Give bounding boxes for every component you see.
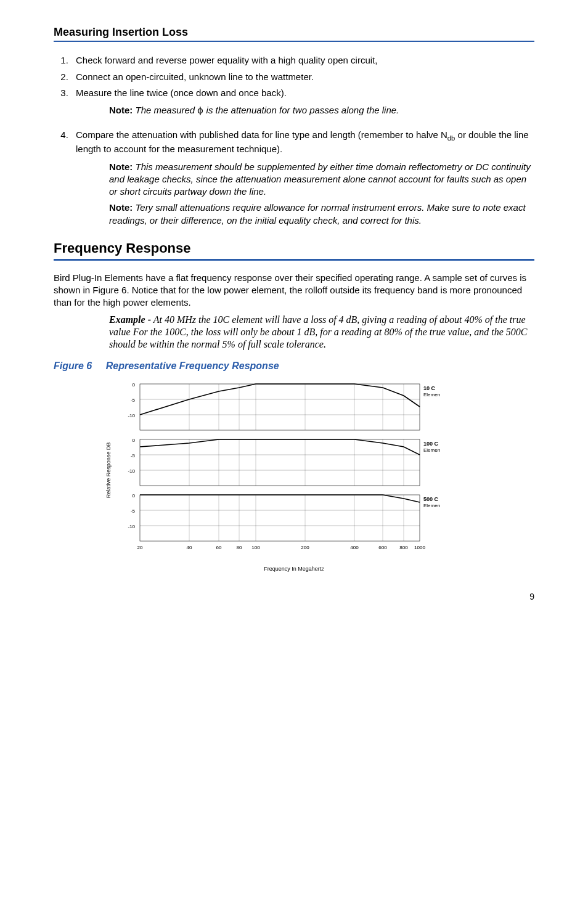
ytick: -10 xyxy=(128,524,135,529)
example-block: Example - At 40 MHz the 10C element will… xyxy=(109,314,534,351)
figure-title: Representative Frequency Response xyxy=(106,361,279,371)
svg-text:40: 40 xyxy=(187,545,192,550)
svg-text:1000: 1000 xyxy=(414,545,425,550)
series-label-100c: 100 C xyxy=(423,441,439,447)
ytick: -10 xyxy=(128,468,135,474)
section-heading-insertion-loss: Measuring Insertion Loss xyxy=(54,25,534,42)
ytick: -5 xyxy=(131,508,136,514)
panel-500c: 0 -5 -10 500 C Elemen xyxy=(128,493,440,541)
svg-rect-11 xyxy=(140,439,420,486)
panel-100c: 0 -5 -10 100 C Elemen xyxy=(128,438,440,486)
panel-10c: 0 -5 -10 10 C Elemen xyxy=(128,382,440,430)
svg-rect-22 xyxy=(140,495,420,541)
svg-text:100: 100 xyxy=(251,545,260,550)
svg-rect-0 xyxy=(140,384,420,430)
note-label: Note: xyxy=(109,202,133,213)
svg-text:200: 200 xyxy=(301,545,309,550)
series-label-100c-sub: Elemen xyxy=(423,447,440,453)
procedure-list-cont: Compare the attenuation with published d… xyxy=(54,129,534,155)
svg-text:400: 400 xyxy=(350,545,359,550)
ytick: -10 xyxy=(128,413,135,418)
note-text: This measurement should be supplemented … xyxy=(109,161,531,197)
note-after-step3: Note: The measured ϕ is the attenuation … xyxy=(109,104,534,116)
chart-container: Relative Response DB 0 -5 -10 10 C Eleme xyxy=(54,378,534,563)
note-text: Tery small attenuations require allowanc… xyxy=(109,202,526,225)
step-2: Connect an open-circuited, unknown line … xyxy=(71,71,534,83)
step-3: Measure the line twice (once down and on… xyxy=(71,87,534,99)
note-label: Note: xyxy=(109,161,133,172)
ytick: -5 xyxy=(131,397,136,403)
note-text: The measured ϕ is the attenuation for tw… xyxy=(136,105,399,115)
ytick: -5 xyxy=(131,453,136,459)
step-1: Check forward and reverse power equality… xyxy=(71,54,534,67)
procedure-list: Check forward and reverse power equality… xyxy=(54,54,534,99)
example-text: At 40 MHz the 10C element will have a lo… xyxy=(109,314,527,349)
section-heading-frequency-response: Frequency Response xyxy=(54,239,534,261)
ytick: 0 xyxy=(133,438,136,443)
note-a: Note: This measurement should be supplem… xyxy=(109,161,534,198)
note-label: Note: xyxy=(109,105,133,115)
series-label-10c-sub: Elemen xyxy=(423,392,440,397)
x-ticks: 20 40 60 80 100 200 400 600 800 1000 xyxy=(137,545,426,550)
freq-response-paragraph: Bird Plug-In Elements have a flat freque… xyxy=(54,272,534,309)
svg-text:800: 800 xyxy=(399,545,408,550)
svg-text:60: 60 xyxy=(216,545,222,550)
svg-text:600: 600 xyxy=(378,545,387,550)
example-label: Example - xyxy=(109,314,151,325)
ytick: 0 xyxy=(133,382,136,388)
ytick: 0 xyxy=(133,493,136,499)
note-b: Note: Tery small attenuations require al… xyxy=(109,202,534,227)
figure-number: Figure 6 xyxy=(54,361,92,371)
x-axis-label: Frequency In Megahertz xyxy=(54,565,534,573)
y-axis-label: Relative Response DB xyxy=(105,442,112,499)
step-4: Compare the attenuation with published d… xyxy=(71,129,534,155)
page-number: 9 xyxy=(54,591,534,603)
series-label-500c: 500 C xyxy=(423,496,439,502)
svg-text:20: 20 xyxy=(137,545,143,550)
frequency-response-chart: Relative Response DB 0 -5 -10 10 C Eleme xyxy=(103,378,485,563)
series-label-10c: 10 C xyxy=(423,385,436,391)
series-label-500c-sub: Elemen xyxy=(423,503,440,508)
svg-text:80: 80 xyxy=(237,545,242,550)
figure-caption: Figure 6 Representative Frequency Respon… xyxy=(54,359,534,373)
